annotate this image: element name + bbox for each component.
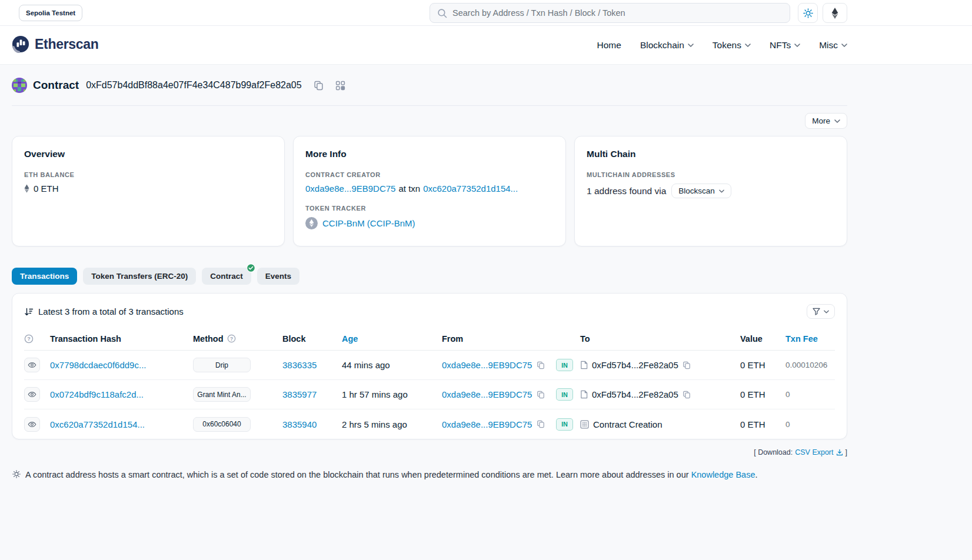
contract-avatar bbox=[12, 78, 27, 93]
more-button[interactable]: More bbox=[805, 113, 847, 129]
copy-icon[interactable] bbox=[537, 420, 545, 428]
nav-home[interactable]: Home bbox=[597, 40, 621, 51]
tab-token-transfers[interactable]: Token Transfers (ERC-20) bbox=[83, 268, 196, 285]
token-icon bbox=[305, 217, 318, 229]
etherscan-logo[interactable]: Etherscan bbox=[12, 35, 99, 53]
network-switcher-button[interactable] bbox=[823, 3, 847, 23]
token-tracker-link[interactable]: CCIP-BnM (CCIP-BnM) bbox=[322, 218, 415, 228]
copy-icon[interactable] bbox=[683, 391, 691, 399]
blockscan-button-label: Blockscan bbox=[678, 186, 715, 195]
chevron-down-icon bbox=[745, 44, 751, 47]
help-icon[interactable]: ? bbox=[227, 334, 236, 343]
col-txn-fee-toggle[interactable]: Txn Fee bbox=[785, 334, 836, 344]
overview-card: Overview ETH BALANCE 0 ETH bbox=[12, 136, 285, 246]
nav-nfts[interactable]: NFTs bbox=[770, 40, 800, 51]
note-suffix: . bbox=[755, 470, 757, 479]
eth-balance-label: ETH BALANCE bbox=[24, 171, 272, 178]
chevron-down-icon bbox=[794, 44, 800, 47]
preview-tx-button[interactable] bbox=[24, 358, 40, 372]
tab-contract[interactable]: Contract bbox=[202, 268, 251, 285]
creation-txn-link[interactable]: 0xc620a77352d1d154... bbox=[423, 184, 518, 194]
contract-creation-icon bbox=[580, 420, 589, 429]
csv-export-label: CSV Export bbox=[795, 448, 833, 456]
tab-contract-label: Contract bbox=[210, 272, 243, 281]
csv-export-link[interactable]: CSV Export bbox=[795, 448, 843, 456]
help-icon[interactable]: ? bbox=[24, 334, 50, 344]
block-link[interactable]: 3835940 bbox=[282, 419, 317, 429]
chevron-down-icon bbox=[834, 119, 840, 123]
chevron-down-icon bbox=[841, 44, 847, 47]
nav-misc-label: Misc bbox=[819, 40, 838, 51]
multi-chain-card: Multi Chain MULTICHAIN ADDRESSES 1 addre… bbox=[574, 136, 847, 246]
copy-icon[interactable] bbox=[537, 391, 545, 399]
main-header: Etherscan Home Blockchain Tokens NFTs Mi… bbox=[0, 26, 972, 65]
contract-creator-label: CONTRACT CREATOR bbox=[305, 171, 554, 178]
copy-address-button[interactable] bbox=[314, 81, 324, 91]
blockscan-dropdown-button[interactable]: Blockscan bbox=[671, 184, 731, 198]
table-header-row: ? Transaction Hash Method ? Block Age Fr… bbox=[24, 327, 835, 351]
col-age-toggle[interactable]: Age bbox=[342, 334, 442, 344]
sort-icon bbox=[24, 307, 34, 316]
tab-transactions[interactable]: Transactions bbox=[12, 268, 77, 285]
to-address: 0xFd57b4...2Fe82a05 bbox=[592, 389, 678, 399]
from-address-link[interactable]: 0xda9e8e...9EB9DC75 bbox=[442, 360, 532, 370]
block-link[interactable]: 3836335 bbox=[282, 360, 317, 370]
method-badge[interactable]: 0x60c06040 bbox=[193, 417, 251, 432]
col-from: From bbox=[442, 334, 556, 344]
col-value: Value bbox=[740, 334, 785, 344]
chevron-down-icon bbox=[688, 44, 694, 47]
tx-hash-link[interactable]: 0x7798dcdaec0f6dd9c... bbox=[50, 360, 146, 370]
tx-hash-link[interactable]: 0x0724bdf9c118afc2d... bbox=[50, 389, 144, 399]
tx-hash-link[interactable]: 0xc620a77352d1d154... bbox=[50, 419, 145, 429]
filter-button[interactable] bbox=[807, 304, 835, 319]
col-method: Method bbox=[193, 334, 224, 344]
col-to: To bbox=[580, 334, 740, 344]
theme-toggle-button[interactable] bbox=[798, 3, 818, 23]
nav-blockchain[interactable]: Blockchain bbox=[640, 40, 694, 51]
idea-icon bbox=[12, 469, 21, 479]
table-row: 0x0724bdf9c118afc2d... Grant Mint An... … bbox=[24, 380, 835, 409]
tx-fee: 0.00010206 bbox=[785, 361, 836, 369]
direction-badge: IN bbox=[556, 388, 573, 401]
knowledge-base-link[interactable]: Knowledge Base bbox=[691, 470, 755, 479]
ethereum-icon bbox=[831, 8, 838, 19]
copy-icon[interactable] bbox=[683, 361, 691, 369]
nav-tokens[interactable]: Tokens bbox=[713, 40, 751, 51]
from-address-link[interactable]: 0xda9e8e...9EB9DC75 bbox=[442, 389, 532, 399]
block-link[interactable]: 3835977 bbox=[282, 389, 317, 399]
preview-tx-button[interactable] bbox=[24, 387, 40, 402]
contract-header: Contract 0xFd57b4ddBf88a4e07fF4e34C487b9… bbox=[12, 65, 859, 93]
nav-misc[interactable]: Misc bbox=[819, 40, 847, 51]
more-button-label: More bbox=[812, 116, 830, 125]
method-badge[interactable]: Drip bbox=[193, 358, 251, 372]
tab-transactions-label: Transactions bbox=[20, 272, 69, 281]
col-block: Block bbox=[282, 334, 342, 344]
search-input[interactable] bbox=[452, 8, 783, 18]
search-bar[interactable] bbox=[430, 3, 790, 23]
network-badge[interactable]: Sepolia Testnet bbox=[19, 5, 82, 21]
tx-age: 1 hr 57 mins ago bbox=[342, 389, 442, 399]
tx-value: 0 ETH bbox=[740, 360, 785, 370]
from-address-link[interactable]: 0xda9e8e...9EB9DC75 bbox=[442, 419, 532, 429]
page-content: Contract 0xFd57b4ddBf88a4e07fF4e34C487b9… bbox=[0, 65, 859, 481]
copy-icon[interactable] bbox=[537, 361, 545, 369]
tab-events[interactable]: Events bbox=[257, 268, 299, 285]
transactions-summary: Latest 3 from a total of 3 transactions bbox=[38, 306, 184, 316]
main-nav: Home Blockchain Tokens NFTs Misc bbox=[597, 26, 847, 65]
direction-badge: IN bbox=[556, 359, 573, 371]
col-transaction-hash: Transaction Hash bbox=[50, 334, 193, 344]
tx-fee: 0 bbox=[785, 420, 836, 429]
preview-tx-button[interactable] bbox=[24, 417, 40, 432]
multichain-found-text: 1 address found via bbox=[587, 186, 666, 196]
tx-value: 0 ETH bbox=[740, 419, 785, 429]
method-badge[interactable]: Grant Mint An... bbox=[193, 387, 251, 402]
funnel-icon bbox=[813, 308, 820, 315]
search-icon bbox=[437, 8, 447, 18]
creator-address-link[interactable]: 0xda9e8e...9EB9DC75 bbox=[305, 184, 395, 194]
to-address: 0xFd57b4...2Fe82a05 bbox=[592, 360, 678, 370]
nav-home-label: Home bbox=[597, 40, 621, 51]
chevron-down-icon bbox=[719, 189, 724, 193]
transactions-panel: Latest 3 from a total of 3 transactions … bbox=[12, 293, 847, 439]
table-row: 0x7798dcdaec0f6dd9c... Drip 3836335 44 m… bbox=[24, 351, 835, 380]
qr-code-button[interactable] bbox=[335, 81, 345, 91]
